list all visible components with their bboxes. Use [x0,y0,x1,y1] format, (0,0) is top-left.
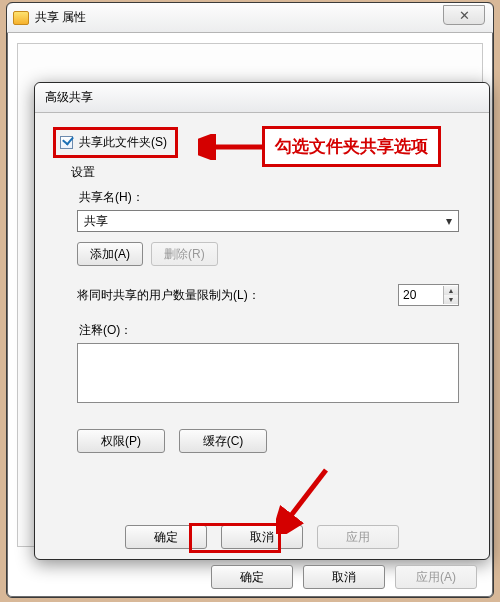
outer-apply-button: 应用(A) [395,565,477,589]
comment-textarea[interactable] [77,343,459,403]
outer-cancel-button[interactable]: 取消 [303,565,385,589]
inner-title: 高级共享 [45,89,93,106]
settings-group: 设置 共享名(H)： 共享 ▾ 添加(A) 删除(R) 将同时共享的用户数量限 [53,164,471,453]
share-this-folder-checkbox-row[interactable]: 共享此文件夹(S) [53,127,178,158]
add-button[interactable]: 添加(A) [77,242,143,266]
chevron-down-icon: ▾ [440,214,458,228]
inner-ok-button[interactable]: 确定 [125,525,207,549]
comment-label: 注释(O)： [79,322,471,339]
cache-button[interactable]: 缓存(C) [179,429,267,453]
outer-titlebar: 共享 属性 ✕ [7,3,493,33]
outer-body: 高级共享 共享此文件夹(S) 设置 共享名(H)： 共享 ▾ [17,43,483,547]
inner-body: 共享此文件夹(S) 设置 共享名(H)： 共享 ▾ 添加(A) 删除(R) [35,113,489,515]
user-limit-spinner[interactable]: ▲ ▼ [398,284,459,306]
close-icon: ✕ [459,8,470,23]
inner-titlebar: 高级共享 [35,83,489,113]
annotation-callout: 勾选文件夹共享选项 [262,126,441,167]
checkbox-icon [60,136,73,149]
close-button[interactable]: ✕ [443,5,485,25]
outer-footer: 确定 取消 应用(A) [7,565,493,589]
sharename-label: 共享名(H)： [79,189,471,206]
annotation-callout-text: 勾选文件夹共享选项 [275,137,428,156]
inner-apply-button: 应用 [317,525,399,549]
user-limit-input[interactable] [399,285,443,305]
outer-ok-button[interactable]: 确定 [211,565,293,589]
spinner-down-icon[interactable]: ▼ [444,295,458,304]
inner-footer: 确定 取消 应用 [35,525,489,549]
permissions-button[interactable]: 权限(P) [77,429,165,453]
spinner-up-icon[interactable]: ▲ [444,286,458,295]
share-checkbox-label: 共享此文件夹(S) [79,134,167,151]
folder-icon [13,11,29,25]
sharename-combobox[interactable]: 共享 ▾ [77,210,459,232]
inner-cancel-button[interactable]: 取消 [221,525,303,549]
sharename-value: 共享 [84,213,108,230]
limit-label: 将同时共享的用户数量限制为(L)： [77,287,260,304]
properties-window: 共享 属性 ✕ 高级共享 共享此文件夹(S) 设置 共享名(H)： [6,2,494,598]
outer-title: 共享 属性 [35,9,86,26]
remove-button: 删除(R) [151,242,218,266]
